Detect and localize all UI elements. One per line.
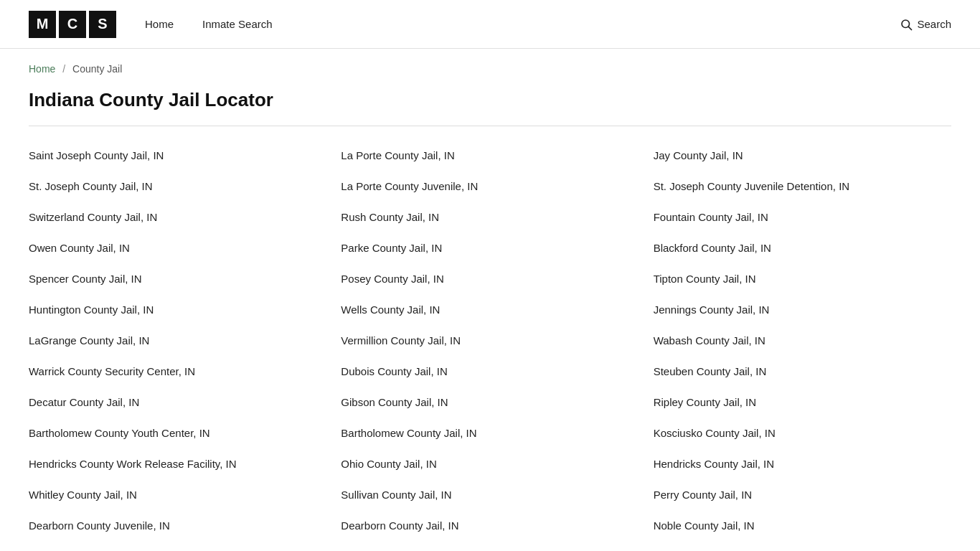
jail-list: Saint Joseph County Jail, INLa Porte Cou… bbox=[0, 141, 980, 551]
jail-link[interactable]: Rush County Jail, IN bbox=[341, 211, 439, 223]
jail-link[interactable]: Noble County Jail, IN bbox=[654, 519, 755, 532]
jail-link[interactable]: Huntington County Jail, IN bbox=[29, 303, 154, 316]
jail-link[interactable]: Sullivan County Jail, IN bbox=[341, 489, 451, 501]
list-item: Perry County Jail, IN bbox=[654, 487, 951, 502]
list-item: Switzerland County Jail, IN bbox=[29, 209, 326, 225]
jail-link[interactable]: Vermillion County Jail, IN bbox=[341, 334, 461, 347]
list-item: Decatur County Jail, IN bbox=[29, 395, 326, 410]
list-item: Fountain County Jail, IN bbox=[654, 209, 951, 225]
jail-link[interactable]: Kosciusko County Jail, IN bbox=[654, 427, 776, 439]
jail-link[interactable]: St. Joseph County Jail, IN bbox=[29, 180, 153, 192]
search-label: Search bbox=[917, 18, 951, 30]
main-nav: Home Inmate Search bbox=[145, 18, 273, 30]
list-item: La Porte County Juvenile, IN bbox=[341, 179, 639, 194]
list-item: Wabash County Jail, IN bbox=[654, 333, 951, 348]
jail-link[interactable]: Dearborn County Jail, IN bbox=[341, 519, 458, 532]
list-item: St. Joseph County Jail, IN bbox=[29, 179, 326, 194]
divider bbox=[29, 126, 951, 126]
list-item: Steuben County Jail, IN bbox=[654, 364, 951, 379]
search-icon bbox=[900, 18, 913, 31]
logo: MCS bbox=[29, 11, 116, 38]
jail-link[interactable]: Ripley County Jail, IN bbox=[654, 396, 756, 408]
list-item: Wells County Jail, IN bbox=[341, 302, 639, 317]
svg-line-1 bbox=[909, 27, 912, 29]
list-item: Bartholomew County Youth Center, IN bbox=[29, 425, 326, 441]
list-item: Warrick County Security Center, IN bbox=[29, 364, 326, 379]
breadcrumb-current: County Jail bbox=[72, 63, 122, 75]
jail-link[interactable]: Dearborn County Juvenile, IN bbox=[29, 519, 170, 532]
logo-letter-s: S bbox=[89, 11, 116, 38]
jail-link[interactable]: Posey County Jail, IN bbox=[341, 273, 443, 285]
jail-grid: Saint Joseph County Jail, INLa Porte Cou… bbox=[29, 148, 951, 551]
list-item: Jay County Jail, IN bbox=[654, 148, 951, 163]
jail-link[interactable]: Hendricks County Work Release Facility, … bbox=[29, 458, 237, 470]
list-item: Posey County Jail, IN bbox=[341, 271, 639, 286]
jail-link[interactable]: Saint Joseph County Jail, IN bbox=[29, 149, 164, 161]
jail-link[interactable]: La Porte County Juvenile, IN bbox=[341, 180, 478, 192]
list-item: Noble County Jail, IN bbox=[654, 518, 951, 533]
jail-link[interactable]: Hendricks County Jail, IN bbox=[654, 458, 774, 470]
jail-link[interactable]: Dubois County Jail, IN bbox=[341, 365, 447, 377]
jail-link[interactable]: St. Joseph County Juvenile Detention, IN bbox=[654, 180, 850, 192]
list-item: Vermillion County Jail, IN bbox=[341, 333, 639, 348]
list-item: Hendricks County Work Release Facility, … bbox=[29, 456, 326, 471]
jail-link[interactable]: Spencer County Jail, IN bbox=[29, 273, 142, 285]
list-item: Ripley County Jail, IN bbox=[654, 395, 951, 410]
list-item: Saint Joseph County Jail, IN bbox=[29, 148, 326, 163]
jail-link[interactable]: Bartholomew County Youth Center, IN bbox=[29, 427, 210, 439]
jail-link[interactable]: Blackford County Jail, IN bbox=[654, 242, 771, 254]
jail-link[interactable]: Perry County Jail, IN bbox=[654, 489, 753, 501]
list-item: La Porte County Jail, IN bbox=[341, 148, 639, 163]
jail-link[interactable]: Warrick County Security Center, IN bbox=[29, 365, 195, 377]
breadcrumb-home[interactable]: Home bbox=[29, 63, 55, 75]
list-item: Parke County Jail, IN bbox=[341, 240, 639, 255]
search-button[interactable]: Search bbox=[900, 18, 951, 31]
breadcrumb: Home / County Jail bbox=[0, 49, 980, 82]
jail-link[interactable]: Tipton County Jail, IN bbox=[654, 273, 756, 285]
nav-home[interactable]: Home bbox=[145, 18, 174, 30]
list-item: Ohio County Jail, IN bbox=[341, 456, 639, 471]
list-item: St. Joseph County Juvenile Detention, IN bbox=[654, 179, 951, 194]
list-item: Kosciusko County Jail, IN bbox=[654, 425, 951, 441]
list-item: Dearborn County Jail, IN bbox=[341, 518, 639, 533]
list-item: Bartholomew County Jail, IN bbox=[341, 425, 639, 441]
jail-link[interactable]: Whitley County Jail, IN bbox=[29, 489, 137, 501]
jail-link[interactable]: La Porte County Jail, IN bbox=[341, 149, 454, 161]
jail-link[interactable]: Parke County Jail, IN bbox=[341, 242, 442, 254]
jail-link[interactable]: Decatur County Jail, IN bbox=[29, 396, 139, 408]
logo-letter-c: C bbox=[59, 11, 86, 38]
list-item: Rush County Jail, IN bbox=[341, 209, 639, 225]
header: MCS Home Inmate Search Search bbox=[0, 0, 980, 49]
jail-link[interactable]: Bartholomew County Jail, IN bbox=[341, 427, 476, 439]
jail-link[interactable]: Ohio County Jail, IN bbox=[341, 458, 436, 470]
list-item: Gibson County Jail, IN bbox=[341, 395, 639, 410]
jail-link[interactable]: Wabash County Jail, IN bbox=[654, 334, 765, 347]
list-item: Owen County Jail, IN bbox=[29, 240, 326, 255]
list-item: Dubois County Jail, IN bbox=[341, 364, 639, 379]
list-item: Whitley County Jail, IN bbox=[29, 487, 326, 502]
list-item: Jennings County Jail, IN bbox=[654, 302, 951, 317]
list-item: Tipton County Jail, IN bbox=[654, 271, 951, 286]
page-title: Indiana County Jail Locator bbox=[0, 82, 980, 126]
jail-link[interactable]: Owen County Jail, IN bbox=[29, 242, 130, 254]
list-item: Blackford County Jail, IN bbox=[654, 240, 951, 255]
logo-letter-m: M bbox=[29, 11, 56, 38]
list-item: Spencer County Jail, IN bbox=[29, 271, 326, 286]
jail-link[interactable]: Switzerland County Jail, IN bbox=[29, 211, 157, 223]
jail-link[interactable]: LaGrange County Jail, IN bbox=[29, 334, 149, 347]
list-item: Huntington County Jail, IN bbox=[29, 302, 326, 317]
jail-link[interactable]: Gibson County Jail, IN bbox=[341, 396, 448, 408]
list-item: LaGrange County Jail, IN bbox=[29, 333, 326, 348]
list-item: Hendricks County Jail, IN bbox=[654, 456, 951, 471]
list-item: Sullivan County Jail, IN bbox=[341, 487, 639, 502]
jail-link[interactable]: Jennings County Jail, IN bbox=[654, 303, 770, 316]
list-item: Dearborn County Juvenile, IN bbox=[29, 518, 326, 533]
nav-inmate-search[interactable]: Inmate Search bbox=[202, 18, 273, 30]
jail-link[interactable]: Steuben County Jail, IN bbox=[654, 365, 767, 377]
jail-link[interactable]: Wells County Jail, IN bbox=[341, 303, 440, 316]
breadcrumb-separator: / bbox=[62, 63, 65, 75]
jail-link[interactable]: Jay County Jail, IN bbox=[654, 149, 743, 161]
jail-link[interactable]: Fountain County Jail, IN bbox=[654, 211, 768, 223]
